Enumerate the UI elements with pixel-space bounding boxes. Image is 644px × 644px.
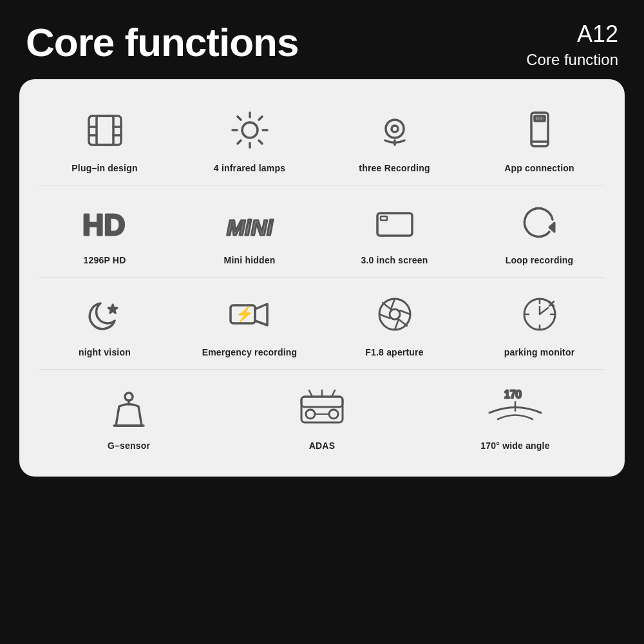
svg-text:★: ★ [108,303,118,316]
divider-1 [39,185,605,185]
svg-rect-29 [381,216,387,220]
feature-parking: parking monitor [467,283,612,364]
gsensor-icon [100,383,158,434]
svg-line-14 [238,140,241,144]
svg-line-40 [383,303,392,310]
feature-loop: Loop recording [467,191,612,272]
features-row-2: HD 1296P HD MiNi Mini hidden 3.0 inch sc… [32,191,612,272]
svg-point-35 [390,309,400,319]
emergency-label: Emergency recording [202,347,298,357]
feature-adas: ADAS [225,376,419,457]
mini-icon: MiNi [221,197,279,249]
feature-app: App connection [467,99,612,180]
svg-line-12 [259,140,262,144]
plugin-label: Plug–in design [71,163,137,173]
svg-line-36 [391,299,395,309]
feature-aperture: F1.8 aperture [322,283,467,364]
svg-point-57 [329,410,338,419]
svg-line-37 [395,319,399,330]
svg-line-11 [238,117,241,120]
svg-line-41 [398,319,407,326]
svg-text:170: 170 [504,389,522,400]
app-label: App connection [504,163,574,173]
gsensor-label: G–sensor [108,440,150,451]
adas-label: ADAS [309,440,335,451]
model-subtitle: Core function [526,50,618,70]
sun-icon [221,105,279,156]
svg-point-51 [125,393,133,401]
svg-rect-55 [301,397,343,407]
feature-recording: three Recording [322,99,467,180]
recording-label: three Recording [359,163,430,173]
header: Core functions A12 Core function [0,0,644,79]
svg-line-47 [540,308,548,314]
divider-3 [39,369,605,370]
feature-plugin: Plug–in design [32,99,177,180]
model-info: A12 Core function [526,19,618,70]
screen-icon [366,197,424,249]
feature-screen: 3.0 inch screen [322,191,467,272]
aperture-icon [366,289,424,341]
parking-label: parking monitor [504,347,575,357]
screen-label: 3.0 inch screen [361,255,428,265]
features-row-1: Plug–in design 4 infrared lamps [32,99,612,180]
svg-point-15 [386,120,404,138]
feature-mini: MiNi Mini hidden [177,191,322,272]
adas-icon [293,383,351,434]
svg-marker-30 [549,223,554,232]
night-icon: ★ [76,289,134,341]
hd-icon: HD [76,197,134,249]
parking-icon [511,289,569,341]
svg-rect-1 [97,116,113,145]
svg-text:HD: HD [82,208,125,242]
features-row-3: ★ night vision ⚡ Emergency recording [32,283,612,364]
plugin-icon [76,105,134,156]
svg-text:MiNi: MiNi [227,215,274,240]
feature-infrared: 4 infrared lamps [177,99,322,180]
svg-point-56 [306,410,315,419]
model-number: A12 [526,19,618,50]
wideangle-icon: 170 [486,383,544,434]
emergency-icon: ⚡ [221,289,279,341]
svg-line-13 [259,117,262,120]
features-card: Plug–in design 4 infrared lamps [19,79,625,477]
camera-icon [366,105,424,156]
feature-emergency: ⚡ Emergency recording [177,283,322,364]
aperture-label: F1.8 aperture [365,347,424,357]
loop-label: Loop recording [506,255,573,265]
svg-point-6 [242,122,258,138]
features-row-4: G–sensor ADAS [32,376,612,457]
mini-label: Mini hidden [224,255,276,265]
svg-point-16 [392,126,398,132]
app-icon [511,105,569,156]
infrared-label: 4 infrared lamps [214,163,285,173]
svg-line-39 [400,310,410,314]
svg-text:⚡: ⚡ [236,305,254,323]
loop-icon [511,197,569,249]
hd-label: 1296P HD [84,255,126,265]
feature-night: ★ night vision [32,283,177,364]
page-title: Core functions [26,19,298,65]
divider-2 [39,277,605,278]
feature-hd: HD 1296P HD [32,191,177,272]
night-label: night vision [79,347,131,357]
wideangle-label: 170° wide angle [480,440,549,451]
feature-gsensor: G–sensor [32,376,225,457]
svg-rect-0 [89,116,121,145]
feature-wideangle: 170 170° wide angle [419,376,612,457]
svg-line-38 [379,314,390,318]
